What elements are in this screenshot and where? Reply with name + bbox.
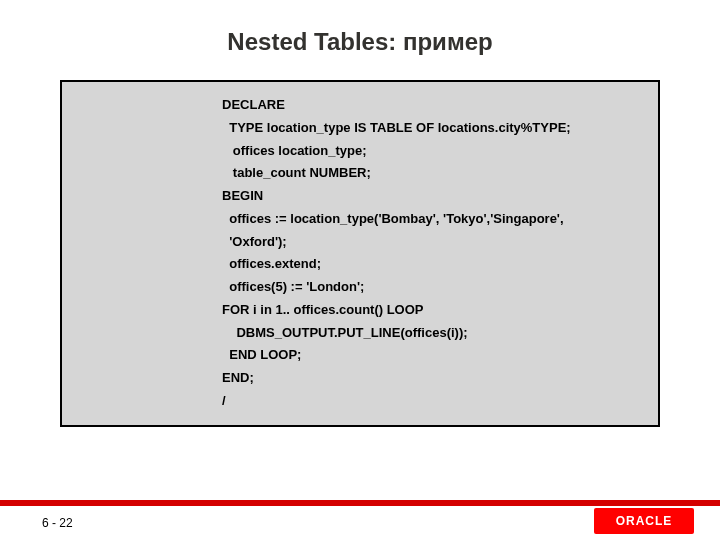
- oracle-logo: ORACLE: [594, 508, 694, 534]
- code-line: END;: [222, 367, 648, 390]
- code-block: DECLARE TYPE location_type IS TABLE OF l…: [60, 80, 660, 427]
- code-line: END LOOP;: [222, 344, 648, 367]
- code-line: TYPE location_type IS TABLE OF locations…: [222, 117, 648, 140]
- code-line: DBMS_OUTPUT.PUT_LINE(offices(i));: [222, 322, 648, 345]
- code-line: FOR i in 1.. offices.count() LOOP: [222, 299, 648, 322]
- code-line: offices := location_type('Bombay', 'Toky…: [222, 208, 648, 231]
- code-line: 'Oxford');: [222, 231, 648, 254]
- code-line: BEGIN: [222, 185, 648, 208]
- page-number: 6 - 22: [42, 516, 73, 530]
- code-line: DECLARE: [222, 94, 648, 117]
- code-line: offices location_type;: [222, 140, 648, 163]
- code-line: /: [222, 390, 648, 413]
- code-line: offices(5) := 'London';: [222, 276, 648, 299]
- oracle-logo-text: ORACLE: [616, 514, 673, 528]
- code-line: table_count NUMBER;: [222, 162, 648, 185]
- code-line: offices.extend;: [222, 253, 648, 276]
- footer-divider: [0, 500, 720, 506]
- slide-title: Nested Tables: пример: [0, 28, 720, 56]
